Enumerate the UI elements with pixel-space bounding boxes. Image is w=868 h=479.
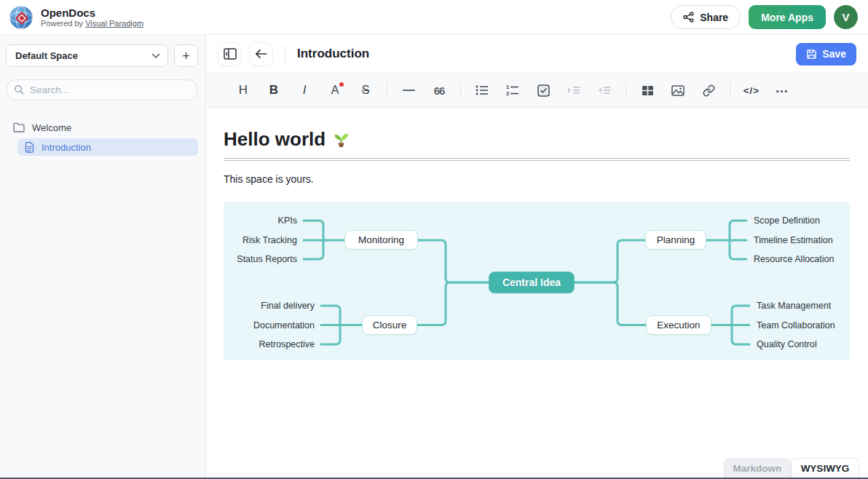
app-name: OpenDocs — [41, 7, 143, 19]
table-button[interactable] — [632, 78, 663, 103]
mindmap-node-monitoring[interactable]: Monitoring — [344, 230, 418, 250]
document-paragraph: This space is yours. — [224, 173, 850, 185]
code-block-button[interactable]: </> — [736, 78, 767, 103]
horizontal-rule-button[interactable] — [393, 78, 424, 103]
strikethrough-button[interactable]: S — [350, 78, 381, 103]
tab-markdown[interactable]: Markdown — [724, 459, 791, 478]
share-button[interactable]: Share — [671, 5, 741, 29]
checkbox-icon — [537, 84, 550, 97]
editor-content[interactable]: Hello world This space is yours. — [206, 108, 868, 478]
document-icon — [25, 142, 34, 153]
collapse-panel-icon — [224, 48, 237, 60]
numbered-list-button[interactable]: 1 2 — [497, 78, 528, 103]
share-icon — [683, 12, 694, 23]
formatting-toolbar: H B I A S 66 1 2 — [206, 73, 868, 108]
mindmap-canvas[interactable]: Central Idea Monitoring Planning Closure… — [224, 202, 850, 360]
tree-item-label: Introduction — [42, 142, 91, 153]
bold-button[interactable]: B — [259, 78, 289, 103]
image-button[interactable] — [663, 78, 693, 103]
svg-text:1: 1 — [506, 84, 509, 90]
opendocs-app: OpenDocs Powered by Visual Paradigm Shar… — [0, 0, 868, 479]
mindmap-node-execution[interactable]: Execution — [646, 315, 711, 335]
divider — [730, 82, 730, 98]
visual-paradigm-link[interactable]: Visual Paradigm — [85, 19, 143, 28]
top-header: OpenDocs Powered by Visual Paradigm Shar… — [0, 0, 868, 35]
editor-mode-tabs: Markdown WYSIWYG — [724, 458, 859, 478]
search-icon — [14, 84, 24, 95]
app-identity: OpenDocs Powered by Visual Paradigm — [41, 7, 143, 28]
table-icon — [642, 85, 654, 96]
mindmap-node-planning[interactable]: Planning — [645, 230, 706, 250]
divider — [387, 82, 387, 98]
search-input[interactable] — [6, 79, 198, 100]
mindmap-leaf[interactable]: Timeline Estimation — [754, 234, 833, 247]
mindmap-leaf[interactable]: Team Collaboration — [757, 319, 835, 332]
doc-header: Introduction Save — [206, 35, 868, 73]
save-label: Save — [822, 48, 846, 60]
mindmap-central-node[interactable]: Central Idea — [489, 272, 575, 293]
share-label: Share — [700, 12, 728, 23]
link-button[interactable] — [693, 78, 724, 103]
space-selector[interactable]: Default Space — [6, 44, 168, 67]
opendocs-logo-icon — [9, 5, 33, 30]
numbered-list-icon: 1 2 — [506, 84, 519, 96]
divider — [626, 82, 626, 98]
link-icon — [703, 84, 715, 97]
mindmap-leaf[interactable]: Documentation — [224, 319, 315, 332]
divider — [285, 45, 285, 63]
space-selector-value: Default Space — [15, 50, 78, 61]
image-icon — [671, 85, 684, 96]
mindmap-leaf[interactable]: KPIs — [224, 214, 297, 227]
powered-by: Powered by Visual Paradigm — [41, 19, 143, 28]
bullet-list-button[interactable] — [467, 78, 497, 103]
sidebar: Default Space + Welcome — [0, 35, 206, 478]
toggle-sidebar-button[interactable] — [218, 42, 242, 66]
back-button[interactable] — [249, 42, 273, 66]
indent-icon — [567, 84, 580, 96]
divider — [460, 82, 461, 98]
save-button[interactable]: Save — [796, 43, 856, 66]
mindmap-leaf[interactable]: Risk Tracking — [224, 234, 297, 247]
tab-wysiwyg[interactable]: WYSIWYG — [791, 458, 859, 478]
font-color-button[interactable]: A — [331, 84, 339, 97]
outdent-button[interactable] — [589, 78, 620, 103]
mindmap-leaf[interactable]: Final delivery — [224, 299, 315, 312]
heading-button[interactable]: H — [228, 78, 259, 103]
seedling-emoji — [332, 130, 350, 149]
back-arrow-icon — [255, 49, 267, 59]
heading-rule — [224, 158, 850, 161]
tree-item-welcome[interactable]: Welcome — [6, 118, 198, 137]
page-title: Introduction — [297, 47, 369, 61]
more-apps-button[interactable]: More Apps — [749, 5, 826, 29]
chevron-down-icon — [151, 53, 160, 59]
tree-item-label: Welcome — [32, 122, 71, 133]
document-heading: Hello world — [224, 128, 326, 151]
mindmap-leaf[interactable]: Scope Definition — [754, 214, 820, 227]
add-space-button[interactable]: + — [174, 44, 198, 67]
indent-button[interactable] — [559, 78, 589, 103]
main-panel: Introduction Save H B I A S 66 — [206, 35, 868, 478]
horizontal-rule-icon — [403, 90, 415, 91]
blockquote-button[interactable]: 66 — [424, 78, 454, 103]
page-tree: Welcome Introduction — [6, 118, 198, 156]
mindmap-leaf[interactable]: Status Reports — [224, 253, 297, 266]
mindmap-leaf[interactable]: Resource Allocation — [754, 253, 834, 266]
user-avatar[interactable]: V — [834, 5, 858, 29]
svg-text:2: 2 — [506, 90, 509, 96]
folder-icon — [13, 122, 25, 132]
mindmap-node-closure[interactable]: Closure — [362, 315, 417, 335]
outdent-icon — [598, 84, 611, 96]
mindmap-leaf[interactable]: Retrospective — [224, 338, 315, 351]
task-list-button[interactable] — [528, 78, 559, 103]
mindmap-leaf[interactable]: Quality Control — [757, 338, 817, 351]
italic-button[interactable]: I — [289, 78, 320, 103]
tree-item-introduction[interactable]: Introduction — [17, 138, 198, 156]
bullet-list-icon — [476, 84, 489, 96]
save-icon — [806, 49, 817, 60]
mindmap-leaf[interactable]: Task Management — [757, 299, 831, 312]
more-tools-button[interactable]: … — [767, 78, 797, 103]
